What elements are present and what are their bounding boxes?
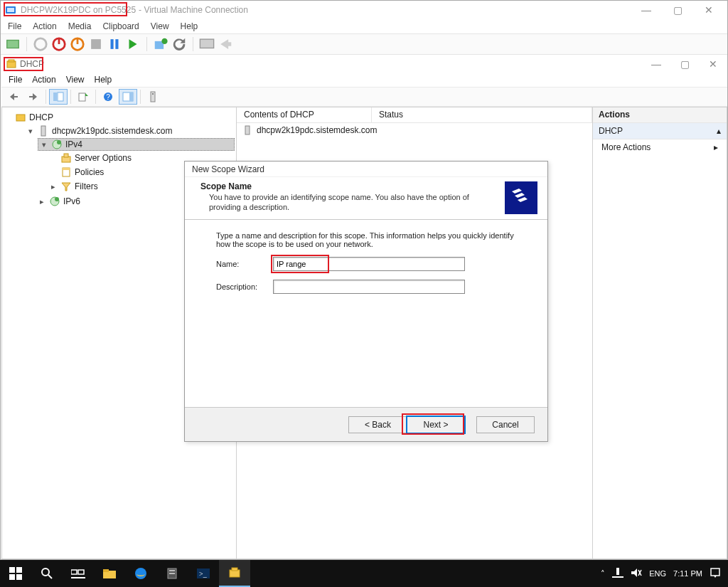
mmc-menu-view[interactable]: View	[66, 75, 85, 85]
vm-menubar: File Action Media Clipboard View Help	[1, 19, 727, 33]
svg-rect-36	[64, 154, 68, 157]
taskbar: >_ ˄ ENG 7:11 PM	[0, 560, 728, 587]
next-button[interactable]: Next >	[407, 416, 465, 433]
twisty-right-icon[interactable]: ▸	[38, 197, 46, 206]
save-icon[interactable]	[88, 36, 104, 52]
ie-taskbar-icon[interactable]	[125, 560, 156, 587]
description-input[interactable]	[273, 280, 465, 294]
vm-menu-media[interactable]: Media	[68, 21, 92, 31]
tree-server[interactable]: ▾ dhcpw2k19pdc.sistemdesk.com	[26, 125, 235, 137]
wizard-step-title: Scope Name	[200, 181, 498, 191]
svg-rect-31	[16, 115, 25, 121]
svg-rect-21	[53, 92, 57, 101]
actions-context[interactable]: DHCP ▴	[593, 123, 727, 139]
tree-root-dhcp[interactable]: DHCP	[15, 111, 235, 124]
dhcp-app-icon	[6, 58, 17, 70]
nav-back-icon[interactable]	[4, 89, 23, 105]
start-button[interactable]	[0, 560, 31, 587]
maximize-button[interactable]: ▢	[662, 1, 693, 19]
dhcp-taskbar-icon[interactable]	[219, 560, 250, 587]
tray-clock[interactable]: 7:11 PM	[673, 569, 702, 578]
actions-more[interactable]: More Actions ▸	[593, 139, 727, 155]
svg-rect-50	[78, 570, 84, 574]
svg-rect-7	[77, 38, 79, 44]
svg-rect-42	[245, 126, 250, 134]
tray-lang[interactable]: ENG	[649, 569, 666, 578]
vm-menu-view[interactable]: View	[151, 21, 169, 31]
action-pane-toggle-icon[interactable]	[119, 89, 137, 105]
close-button[interactable]: ✕	[693, 1, 724, 19]
col-status[interactable]: Status	[372, 107, 592, 122]
vm-app-icon	[5, 4, 16, 16]
minimize-button[interactable]: —	[631, 1, 662, 19]
svg-point-34	[57, 140, 61, 144]
file-explorer-taskbar-icon[interactable]	[94, 560, 125, 587]
twisty-down-icon[interactable]: ▾	[40, 140, 48, 149]
notifications-tray-icon[interactable]	[710, 567, 721, 580]
mmc-window-controls: — ▢ ✕	[642, 55, 727, 73]
mmc-maximize-button[interactable]: ▢	[670, 55, 699, 73]
wizard-step-desc: You have to provide an identifying scope…	[209, 193, 498, 213]
vm-menu-help[interactable]: Help	[181, 21, 198, 31]
vm-menu-clipboard[interactable]: Clipboard	[102, 21, 139, 31]
svg-point-54	[135, 568, 146, 579]
tree-server-label: dhcpw2k19pdc.sistemdesk.com	[52, 126, 172, 136]
revert-icon[interactable]	[171, 36, 187, 52]
svg-rect-44	[16, 567, 22, 573]
list-row-server[interactable]: dhcpw2k19pdc.sistemdesk.com	[237, 123, 592, 137]
mmc-minimize-button[interactable]: —	[642, 55, 670, 73]
twisty-right-icon[interactable]: ▸	[49, 182, 58, 191]
mmc-menu-action[interactable]: Action	[32, 75, 55, 85]
wizard-header: Scope Name You have to provide an identi…	[185, 177, 547, 220]
col-contents[interactable]: Contents of DHCP	[237, 107, 372, 122]
svg-point-13	[161, 38, 167, 44]
cancel-button[interactable]: Cancel	[476, 416, 535, 433]
help-icon[interactable]: ?	[99, 89, 117, 105]
svg-rect-57	[169, 573, 175, 574]
ctrl-alt-del-icon[interactable]	[5, 36, 21, 52]
svg-rect-67	[711, 569, 719, 576]
reset-icon[interactable]	[125, 36, 141, 52]
nav-forward-icon[interactable]	[24, 89, 43, 105]
enhanced-session-icon[interactable]	[199, 36, 215, 52]
chevron-right-icon: ▸	[714, 142, 718, 152]
svg-rect-16	[9, 60, 14, 62]
vm-menu-file[interactable]: File	[8, 21, 21, 31]
powershell-taskbar-icon[interactable]: >_	[188, 560, 219, 587]
show-hide-tree-icon[interactable]	[49, 89, 68, 105]
svg-rect-61	[232, 568, 237, 571]
twisty-down-icon[interactable]: ▾	[26, 127, 35, 136]
sound-tray-icon[interactable]	[631, 568, 642, 579]
new-scope-wizard: New Scope Wizard Scope Name You have to …	[184, 161, 548, 442]
back-button[interactable]: < Back	[348, 416, 407, 433]
checkpoint-icon[interactable]	[153, 36, 168, 52]
vm-menu-action[interactable]: Action	[33, 21, 56, 31]
start-icon[interactable]	[33, 36, 48, 52]
wizard-decor-icon	[505, 181, 537, 214]
turnoff-icon[interactable]	[51, 36, 67, 52]
taskview-icon[interactable]	[63, 560, 94, 587]
name-input[interactable]	[273, 257, 465, 271]
search-icon[interactable]	[31, 560, 63, 587]
svg-marker-64	[631, 569, 637, 577]
mmc-menu-help[interactable]: Help	[95, 75, 112, 85]
svg-marker-11	[129, 39, 137, 49]
shutdown-icon[interactable]	[70, 36, 85, 52]
tray-chevron-up-icon[interactable]: ˄	[601, 569, 605, 578]
tree-ipv6-label: IPv6	[63, 196, 80, 206]
server-manager-taskbar-icon[interactable]	[156, 560, 188, 587]
wizard-titlebar[interactable]: New Scope Wizard	[185, 162, 547, 177]
share-icon[interactable]	[218, 36, 233, 52]
list-header: Contents of DHCP Status	[237, 107, 592, 123]
network-tray-icon[interactable]	[612, 568, 623, 579]
svg-rect-28	[129, 92, 133, 101]
svg-rect-9	[111, 39, 114, 49]
pause-icon[interactable]	[107, 36, 122, 52]
server-icon[interactable]	[144, 89, 162, 105]
export-list-icon[interactable]	[74, 89, 92, 105]
tree-ipv4[interactable]: ▾ IPv4	[38, 138, 235, 151]
mmc-close-button[interactable]: ✕	[699, 55, 727, 73]
svg-rect-23	[79, 93, 85, 101]
collapse-up-icon[interactable]: ▴	[717, 126, 721, 136]
mmc-menu-file[interactable]: File	[9, 75, 22, 85]
